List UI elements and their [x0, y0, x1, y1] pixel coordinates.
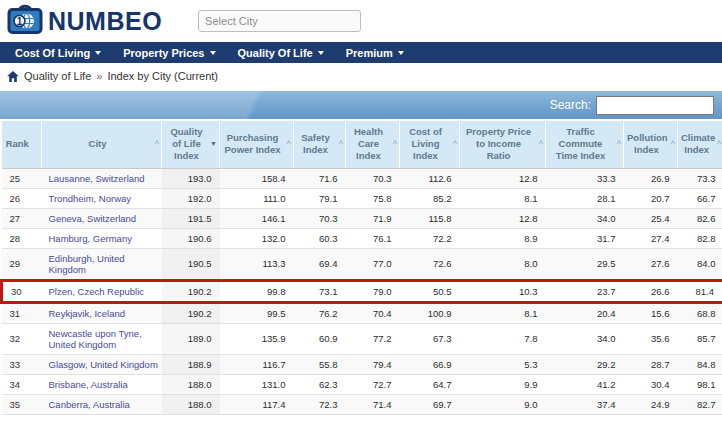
- rank-cell: 27: [2, 208, 42, 228]
- city-link[interactable]: Geneva, Switzerland: [49, 213, 137, 224]
- value-cell: 84.0: [678, 248, 722, 280]
- value-cell: 23.7: [546, 280, 624, 302]
- value-cell: 8.1: [460, 302, 546, 323]
- column-header-city[interactable]: City^: [42, 121, 162, 168]
- table-row: 26Trondheim, Norway192.0111.079.175.885.…: [2, 188, 722, 208]
- select-city-input[interactable]: [198, 10, 361, 32]
- value-cell: 72.6: [400, 248, 460, 280]
- value-cell: 193.0: [162, 168, 220, 188]
- rank-cell: 25: [2, 168, 42, 188]
- value-cell: 34.0: [546, 323, 624, 354]
- value-cell: 191.5: [162, 208, 220, 228]
- value-cell: 8.1: [460, 188, 546, 208]
- value-cell: 188.9: [162, 354, 220, 374]
- column-header-safety-index[interactable]: Safety Index^: [294, 121, 346, 168]
- rank-cell: 32: [2, 323, 42, 354]
- value-cell: 29.5: [546, 248, 624, 280]
- table-row: 32Newcastle upon Tyne, United Kingdom189…: [2, 323, 722, 354]
- nav-item-property-prices[interactable]: Property Prices: [118, 47, 220, 59]
- table-row: 35Canberra, Australia188.0117.472.371.46…: [2, 394, 722, 414]
- value-cell: 188.0: [162, 374, 220, 394]
- column-header-pollution-index[interactable]: Pollution Index^: [624, 121, 678, 168]
- rank-cell: 34: [2, 374, 42, 394]
- city-link[interactable]: Glasgow, United Kingdom: [49, 359, 158, 370]
- breadcrumb: Quality of Life»Index by City (Current): [0, 63, 722, 89]
- nav-item-quality-of-life[interactable]: Quality Of Life: [233, 47, 329, 59]
- nav-item-label: Quality Of Life: [238, 47, 313, 59]
- rank-cell: 30: [2, 280, 42, 302]
- city-cell: Brisbane, Australia: [42, 374, 162, 394]
- column-header-traffic-commute-time-index[interactable]: Traffic Commute Time Index^: [546, 121, 624, 168]
- city-link[interactable]: Lausanne, Switzerland: [49, 173, 145, 184]
- value-cell: 72.2: [400, 228, 460, 248]
- city-cell: Geneva, Switzerland: [42, 208, 162, 228]
- sort-asc-icon: ^: [339, 138, 343, 150]
- value-cell: 132.0: [220, 228, 294, 248]
- rank-cell: 28: [2, 228, 42, 248]
- value-cell: 112.6: [400, 168, 460, 188]
- value-cell: 99.8: [220, 280, 294, 302]
- value-cell: 73.1: [294, 280, 346, 302]
- sort-asc-icon: ^: [717, 138, 721, 150]
- value-cell: 79.0: [346, 280, 400, 302]
- nav-item-cost-of-living[interactable]: Cost Of Living: [10, 47, 106, 59]
- nav-item-premium[interactable]: Premium: [341, 47, 409, 59]
- value-cell: 31.7: [546, 228, 624, 248]
- sort-asc-icon: ^: [155, 138, 159, 150]
- column-header-cost-of-living-index[interactable]: Cost of Living Index^: [400, 121, 460, 168]
- value-cell: 60.3: [294, 228, 346, 248]
- value-cell: 55.8: [294, 354, 346, 374]
- city-link[interactable]: Plzen, Czech Republic: [49, 286, 145, 297]
- value-cell: 82.8: [678, 228, 722, 248]
- value-cell: 34.0: [546, 208, 624, 228]
- column-header-quality-of-life-index[interactable]: Quality of Life Index▼: [162, 121, 220, 168]
- column-header-purchasing-power-index[interactable]: Purchasing Power Index^: [220, 121, 294, 168]
- city-link[interactable]: Hamburg, Germany: [49, 233, 132, 244]
- breadcrumb-separator: »: [96, 70, 102, 82]
- value-cell: 71.9: [346, 208, 400, 228]
- value-cell: 30.4: [624, 374, 678, 394]
- value-cell: 79.1: [294, 188, 346, 208]
- value-cell: 131.0: [220, 374, 294, 394]
- value-cell: 26.6: [624, 280, 678, 302]
- value-cell: 68.8: [678, 302, 722, 323]
- value-cell: 27.4: [624, 228, 678, 248]
- sort-asc-icon: ^: [453, 138, 457, 150]
- value-cell: 7.8: [460, 323, 546, 354]
- value-cell: 190.6: [162, 228, 220, 248]
- column-header-climate-index[interactable]: Climate Index^: [678, 121, 722, 168]
- home-icon[interactable]: [7, 71, 19, 82]
- value-cell: 26.9: [624, 168, 678, 188]
- numbeo-logo[interactable]: 1 NUMBEO: [7, 3, 162, 39]
- column-header-property-price-to-income-ratio[interactable]: Property Price to Income Ratio^: [460, 121, 546, 168]
- search-label: Search:: [550, 98, 591, 112]
- table-search-input[interactable]: [596, 96, 714, 115]
- value-cell: 72.3: [294, 394, 346, 414]
- top-brand-bar: 1 NUMBEO: [0, 0, 722, 42]
- value-cell: 5.3: [460, 354, 546, 374]
- value-cell: 27.6: [624, 248, 678, 280]
- table-row: 34Brisbane, Australia188.0131.062.372.76…: [2, 374, 722, 394]
- city-link[interactable]: Trondheim, Norway: [49, 193, 132, 204]
- city-link[interactable]: Brisbane, Australia: [49, 379, 128, 390]
- breadcrumb-item-quality-of-life[interactable]: Quality of Life: [24, 70, 91, 82]
- city-link[interactable]: Reykjavik, Iceland: [49, 308, 126, 319]
- table-row: 31Reykjavik, Iceland190.299.576.270.4100…: [2, 302, 722, 323]
- sort-asc-icon: ^: [671, 138, 675, 150]
- column-header-label: Quality of Life Index: [170, 126, 202, 161]
- city-link[interactable]: Canberra, Australia: [49, 399, 130, 410]
- city-link[interactable]: Edinburgh, United Kingdom: [49, 253, 125, 275]
- city-cell: Trondheim, Norway: [42, 188, 162, 208]
- value-cell: 66.9: [400, 354, 460, 374]
- rank-cell: 29: [2, 248, 42, 280]
- value-cell: 12.8: [460, 168, 546, 188]
- value-cell: 113.3: [220, 248, 294, 280]
- svg-text:1: 1: [17, 16, 23, 27]
- chevron-down-icon: [398, 51, 404, 55]
- value-cell: 66.7: [678, 188, 722, 208]
- numbeo-globe-suitcase-icon: 1: [7, 3, 43, 39]
- column-header-label: City: [89, 138, 107, 149]
- city-link[interactable]: Newcastle upon Tyne, United Kingdom: [49, 328, 142, 350]
- main-nav: Cost Of LivingProperty PricesQuality Of …: [0, 42, 722, 63]
- column-header-health-care-index[interactable]: Health Care Index^: [346, 121, 400, 168]
